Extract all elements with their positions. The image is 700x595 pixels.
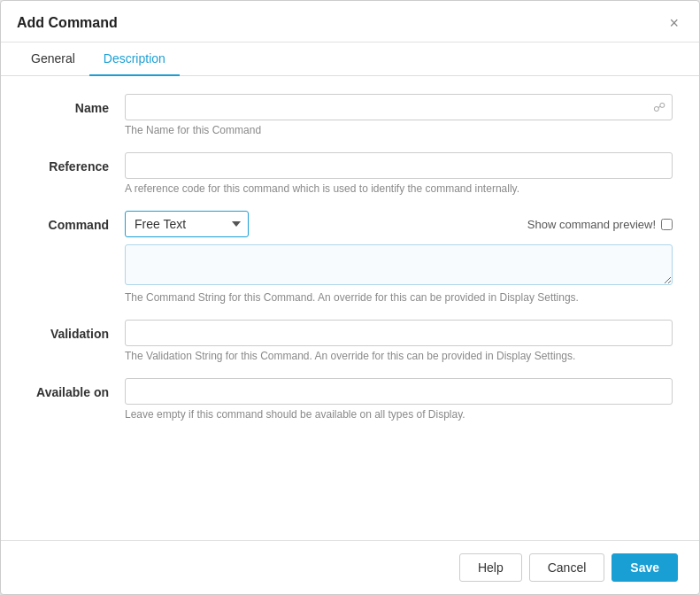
close-button[interactable]: ×	[665, 13, 683, 33]
cancel-button[interactable]: Cancel	[529, 553, 605, 582]
show-preview-checkbox[interactable]	[661, 219, 673, 230]
reference-field: A reference code for this command which …	[125, 152, 673, 195]
command-label: Command	[27, 211, 125, 232]
tab-description[interactable]: Description	[89, 42, 180, 76]
dialog-body: Name ☍ The Name for this Command Referen…	[1, 76, 699, 540]
available-on-input[interactable]	[125, 378, 673, 405]
validation-input[interactable]	[125, 320, 673, 346]
command-hint: The Command String for this Command. An …	[125, 291, 673, 304]
command-field: Free Text Static Dynamic Show command pr…	[125, 211, 673, 304]
reference-label: Reference	[27, 152, 125, 174]
validation-label: Validation	[27, 320, 125, 341]
command-type-select[interactable]: Free Text Static Dynamic	[125, 211, 249, 237]
show-preview-label: Show command preview!	[527, 218, 656, 231]
validation-field: The Validation String for this Command. …	[125, 320, 673, 362]
validation-row: Validation The Validation String for thi…	[27, 320, 673, 362]
reference-row: Reference A reference code for this comm…	[27, 152, 673, 195]
name-hint: The Name for this Command	[125, 124, 673, 136]
command-row: Command Free Text Static Dynamic Show co…	[27, 211, 673, 304]
validation-hint: The Validation String for this Command. …	[125, 350, 673, 362]
command-text-input[interactable]	[125, 244, 673, 285]
name-field: ☍ The Name for this Command	[125, 94, 673, 136]
name-icon: ☍	[653, 100, 665, 114]
available-on-hint: Leave empty if this command should be av…	[125, 408, 673, 421]
dialog-header: Add Command ×	[1, 1, 699, 42]
available-on-label: Available on	[27, 378, 125, 399]
show-preview-wrapper: Show command preview!	[527, 218, 673, 231]
name-input-wrapper: ☍	[125, 94, 673, 120]
save-button[interactable]: Save	[612, 553, 678, 582]
tab-general[interactable]: General	[17, 42, 89, 76]
tab-bar: General Description	[1, 42, 699, 76]
available-on-row: Available on Leave empty if this command…	[27, 378, 673, 421]
help-button[interactable]: Help	[459, 553, 522, 582]
name-input[interactable]	[125, 94, 673, 120]
reference-input[interactable]	[125, 152, 673, 179]
reference-hint: A reference code for this command which …	[125, 182, 673, 195]
command-controls: Free Text Static Dynamic Show command pr…	[125, 211, 673, 237]
dialog-title: Add Command	[17, 15, 118, 31]
name-row: Name ☍ The Name for this Command	[27, 94, 673, 136]
dialog-footer: Help Cancel Save	[1, 540, 699, 594]
available-on-field: Leave empty if this command should be av…	[125, 378, 673, 421]
add-command-dialog: Add Command × General Description Name ☍…	[0, 0, 700, 595]
name-label: Name	[27, 94, 125, 115]
